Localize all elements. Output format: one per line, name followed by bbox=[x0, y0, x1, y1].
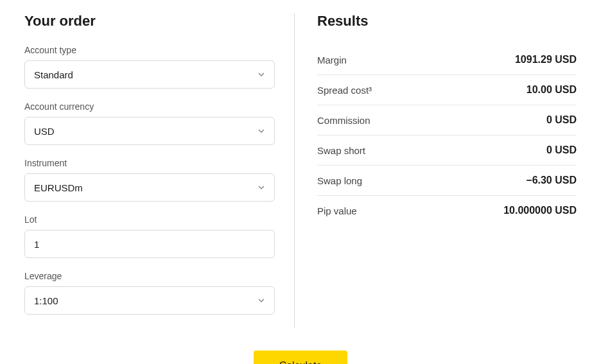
result-row-spread-cost: Spread cost³ 10.00 USD bbox=[317, 75, 577, 105]
lot-input[interactable] bbox=[24, 230, 275, 258]
commission-value: 0 USD bbox=[546, 114, 577, 126]
leverage-select[interactable]: 1:100 bbox=[24, 286, 275, 315]
leverage-value: 1:100 bbox=[34, 295, 58, 306]
swap-long-label: Swap long bbox=[317, 175, 362, 186]
account-currency-select[interactable]: USD bbox=[24, 117, 275, 145]
account-currency-label: Account currency bbox=[24, 101, 275, 112]
instrument-value: EURUSDm bbox=[34, 182, 83, 193]
calculate-button[interactable]: Calculate bbox=[254, 351, 348, 364]
results-panel: Results Margin 1091.29 USD Spread cost³ … bbox=[295, 13, 577, 327]
swap-long-value: −6.30 USD bbox=[526, 175, 577, 186]
result-row-swap-long: Swap long −6.30 USD bbox=[317, 166, 577, 196]
spread-cost-value: 10.00 USD bbox=[527, 84, 577, 96]
pip-value-amount: 10.000000 USD bbox=[503, 205, 577, 216]
result-row-swap-short: Swap short 0 USD bbox=[317, 135, 577, 166]
chevron-down-icon bbox=[257, 71, 265, 78]
results-title: Results bbox=[317, 13, 577, 30]
result-row-margin: Margin 1091.29 USD bbox=[317, 45, 577, 75]
lot-label: Lot bbox=[24, 214, 275, 225]
margin-value: 1091.29 USD bbox=[515, 54, 577, 65]
order-panel: Your order Account type Standard Account… bbox=[24, 13, 294, 327]
result-row-pip-value: Pip value 10.000000 USD bbox=[317, 196, 577, 225]
chevron-down-icon bbox=[257, 184, 265, 191]
pip-value-label: Pip value bbox=[317, 205, 357, 216]
swap-short-value: 0 USD bbox=[546, 144, 577, 156]
margin-label: Margin bbox=[317, 55, 347, 65]
swap-short-label: Swap short bbox=[317, 145, 365, 156]
instrument-select[interactable]: EURUSDm bbox=[24, 173, 275, 202]
account-type-value: Standard bbox=[34, 69, 73, 80]
leverage-label: Leverage bbox=[24, 271, 275, 281]
chevron-down-icon bbox=[257, 297, 265, 304]
commission-label: Commission bbox=[317, 115, 370, 126]
result-row-commission: Commission 0 USD bbox=[317, 105, 577, 135]
account-currency-value: USD bbox=[34, 126, 55, 137]
account-type-select[interactable]: Standard bbox=[24, 60, 275, 89]
instrument-label: Instrument bbox=[24, 158, 275, 168]
account-type-label: Account type bbox=[24, 45, 275, 55]
order-title: Your order bbox=[24, 13, 275, 30]
chevron-down-icon bbox=[257, 127, 265, 135]
spread-cost-label: Spread cost³ bbox=[317, 85, 372, 96]
